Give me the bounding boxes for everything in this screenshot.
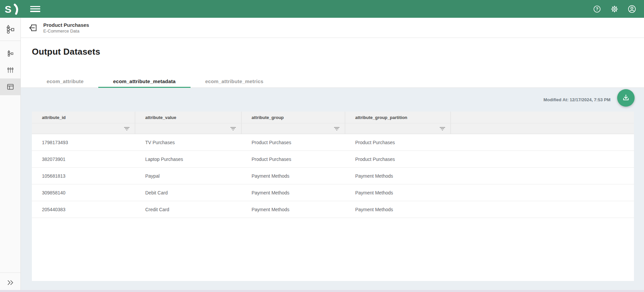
download-button[interactable] bbox=[617, 89, 635, 107]
tab-ecom_attribute_metadata[interactable]: ecom_attribute_metadata bbox=[98, 75, 190, 87]
cell-attribute_group_partition: Product Purchases bbox=[345, 134, 451, 151]
filter-icon bbox=[439, 126, 445, 131]
cell-attribute_group: Payment Methods bbox=[241, 201, 345, 218]
sidebar-spacer bbox=[0, 95, 20, 273]
cell-attribute_id: 205440383 bbox=[32, 201, 135, 218]
upper-section: Output Datasets ecom_attributeecom_attri… bbox=[21, 38, 644, 88]
dataset-subtitle: E-Commerce Data bbox=[43, 28, 89, 34]
page-header: Product Purchases E-Commerce Data bbox=[21, 18, 644, 38]
dataset-title: Product Purchases bbox=[43, 22, 89, 28]
cell-filler bbox=[451, 134, 634, 151]
help-icon: ? bbox=[593, 5, 601, 13]
cell-filler bbox=[451, 184, 634, 201]
data-table-card: attribute_idattribute_valueattribute_gro… bbox=[32, 112, 634, 281]
table-row[interactable]: 309858140Debit CardPayment MethodsPaymen… bbox=[32, 184, 634, 201]
filter-icon bbox=[334, 126, 340, 131]
cell-attribute_id: 105681813 bbox=[32, 168, 135, 184]
filter-cell-filler bbox=[451, 123, 634, 134]
back-exit-icon bbox=[28, 23, 38, 33]
filter-button-attribute_group_partition[interactable] bbox=[438, 125, 446, 132]
cell-attribute_group: Product Purchases bbox=[241, 134, 345, 151]
tab-ecom_attribute_metrics[interactable]: ecom_attribute_metrics bbox=[191, 75, 278, 87]
table-row[interactable]: 205440383Credit CardPayment MethodsPayme… bbox=[32, 201, 634, 218]
user-account-button[interactable] bbox=[625, 2, 639, 16]
topbar: S ? bbox=[0, 0, 644, 18]
table-body: 1798173493TV PurchasesProduct PurchasesP… bbox=[32, 134, 634, 218]
filter-cell-attribute_value bbox=[135, 123, 241, 134]
horizontal-scrollbar[interactable] bbox=[0, 290, 644, 292]
app-logo-icon: S bbox=[5, 3, 22, 15]
cell-filler bbox=[451, 201, 634, 218]
double-chevron-right-icon bbox=[6, 278, 15, 287]
sidebar-item-pipelines[interactable] bbox=[0, 45, 20, 62]
dataset-tabs: ecom_attributeecom_attribute_metadataeco… bbox=[32, 75, 644, 87]
table-row[interactable]: 105681813PaypalPayment MethodsPayment Me… bbox=[32, 168, 634, 184]
page-header-text: Product Purchases E-Commerce Data bbox=[43, 22, 89, 34]
cell-attribute_value: Debit Card bbox=[135, 184, 241, 201]
filter-button-attribute_group[interactable] bbox=[333, 125, 341, 132]
sidebar-top-group bbox=[0, 18, 20, 41]
svg-text:?: ? bbox=[596, 7, 598, 11]
download-icon bbox=[622, 94, 630, 102]
column-header-attribute_group_partition[interactable]: attribute_group_partition bbox=[345, 112, 451, 123]
sidebar-group bbox=[0, 45, 20, 95]
cell-attribute_group: Payment Methods bbox=[241, 184, 345, 201]
cell-attribute_id: 1798173493 bbox=[32, 134, 135, 151]
workflow-icon bbox=[5, 24, 15, 34]
content-area: Modified At: 12/17/2024, 7:53 PM attribu… bbox=[21, 88, 644, 292]
cell-attribute_id: 309858140 bbox=[32, 184, 135, 201]
menu-icon[interactable] bbox=[30, 5, 40, 13]
table-row[interactable]: 1798173493TV PurchasesProduct PurchasesP… bbox=[32, 134, 634, 151]
app-logo[interactable]: S bbox=[5, 3, 22, 15]
column-header-attribute_id[interactable]: attribute_id bbox=[32, 112, 135, 123]
sidebar bbox=[0, 18, 21, 292]
column-header-attribute_group[interactable]: attribute_group bbox=[241, 112, 345, 123]
table-header-row: attribute_idattribute_valueattribute_gro… bbox=[32, 112, 634, 123]
table-filter-row bbox=[32, 123, 634, 134]
cell-attribute_group_partition: Payment Methods bbox=[345, 184, 451, 201]
sidebar-item-datasets[interactable] bbox=[0, 78, 20, 95]
filter-button-attribute_id[interactable] bbox=[123, 125, 131, 132]
user-icon bbox=[628, 5, 636, 13]
sidebar-item-workflow[interactable] bbox=[0, 22, 20, 36]
cell-attribute_group: Product Purchases bbox=[241, 151, 345, 167]
filter-button-attribute_value[interactable] bbox=[229, 125, 237, 132]
table-row[interactable]: 382073901Laptop PurchasesProduct Purchas… bbox=[32, 151, 634, 168]
sidebar-item-parameters[interactable] bbox=[0, 62, 20, 78]
settings-button[interactable] bbox=[608, 2, 621, 16]
filter-icon bbox=[230, 126, 236, 131]
page-title: Output Datasets bbox=[32, 47, 644, 57]
cell-attribute_value: Paypal bbox=[135, 168, 241, 184]
filter-cell-attribute_id bbox=[32, 123, 135, 134]
filter-icon bbox=[124, 126, 130, 131]
column-header-attribute_value[interactable]: attribute_value bbox=[135, 112, 241, 123]
modified-at-label: Modified At: 12/17/2024, 7:53 PM bbox=[543, 97, 610, 102]
sliders-icon bbox=[7, 66, 14, 74]
column-header-filler bbox=[451, 112, 634, 123]
help-button[interactable]: ? bbox=[590, 2, 604, 16]
cell-filler bbox=[451, 151, 634, 167]
filter-cell-attribute_group bbox=[241, 123, 345, 134]
tab-ecom_attribute[interactable]: ecom_attribute bbox=[32, 75, 98, 87]
cell-attribute_id: 382073901 bbox=[32, 151, 135, 167]
main-area: Product Purchases E-Commerce Data Output… bbox=[21, 18, 644, 292]
cell-attribute_group: Payment Methods bbox=[241, 168, 345, 184]
cell-filler bbox=[451, 168, 634, 184]
cell-attribute_value: Credit Card bbox=[135, 201, 241, 218]
cell-attribute_value: TV Purchases bbox=[135, 134, 241, 151]
cell-attribute_group_partition: Payment Methods bbox=[345, 201, 451, 218]
table-toolbar: Modified At: 12/17/2024, 7:53 PM bbox=[21, 88, 644, 112]
gear-icon bbox=[610, 5, 619, 13]
cell-attribute_value: Laptop Purchases bbox=[135, 151, 241, 167]
cell-attribute_group_partition: Payment Methods bbox=[345, 168, 451, 184]
filter-cell-attribute_group_partition bbox=[345, 123, 451, 134]
sidebar-expand-button[interactable] bbox=[0, 273, 20, 292]
back-button[interactable] bbox=[28, 22, 39, 34]
cell-attribute_group_partition: Product Purchases bbox=[345, 151, 451, 167]
svg-text:S: S bbox=[5, 4, 11, 15]
pipeline-icon bbox=[7, 50, 14, 57]
table-icon bbox=[6, 83, 14, 91]
